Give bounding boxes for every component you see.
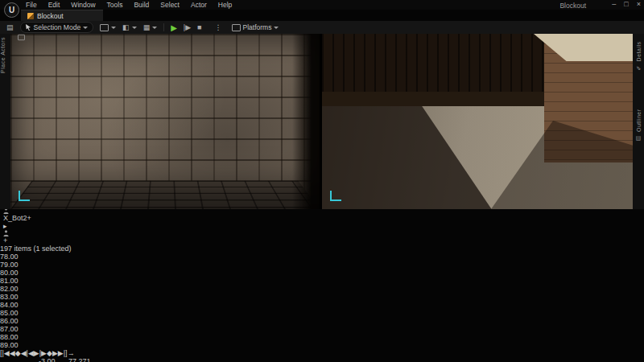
menu-item-file[interactable]: File	[26, 1, 37, 9]
tab-outliner[interactable]: ▤ Outliner	[635, 106, 642, 145]
platforms-dropdown[interactable]: Platforms	[232, 23, 279, 31]
transport-button-5[interactable]: ▶	[34, 349, 39, 357]
track-label: X_Bot2	[3, 214, 27, 222]
menu-item-help[interactable]: Help	[218, 1, 232, 9]
menu-item-actor[interactable]: Actor	[191, 1, 207, 9]
modes-dropdown[interactable]: ◧	[122, 23, 137, 31]
ruler-label: 88.00	[0, 333, 644, 341]
vignette	[10, 34, 320, 209]
menu-item-window[interactable]: Window	[71, 1, 95, 9]
monitor-icon	[232, 24, 241, 31]
place-actors-label: Place Actors	[0, 37, 6, 73]
tab-label: Blockout	[37, 12, 64, 20]
ruler-label: 84.00	[0, 301, 644, 309]
ruler-label: 80.00	[0, 269, 644, 277]
ruler-label: 89.00	[0, 341, 644, 349]
timeline-ruler[interactable]: 78.0079.0080.0081.0082.0083.0084.0085.00…	[0, 253, 644, 349]
menu-item-edit[interactable]: Edit	[48, 1, 60, 9]
axis-gizmo	[328, 190, 343, 203]
window-title: Blockout	[559, 2, 586, 10]
maximize-icon[interactable]: □	[624, 0, 628, 8]
ruler-label: 82.00	[0, 285, 644, 293]
transport-button-8[interactable]: ▶|	[58, 349, 65, 357]
ruler-label: 81.00	[0, 277, 644, 285]
transport-button-10[interactable]: →	[68, 349, 75, 357]
add-section-icon[interactable]: +	[27, 214, 31, 222]
unreal-editor-window: U FileEditWindowToolsBuildSelectActorHel…	[0, 0, 644, 362]
menu-item-build[interactable]: Build	[134, 1, 149, 9]
transport-button-4[interactable]: ◀	[28, 349, 34, 357]
ruler-label: 86.00	[0, 317, 644, 325]
viewport-perspective[interactable]: ≡ ◎ Perspective ◉ Lit Show	[322, 34, 633, 209]
transport-controls: [|◀◀◆◀|◀▶|▶◆▶▶|]→	[0, 349, 644, 357]
place-actors-tab[interactable]: Place Actors	[0, 34, 10, 209]
close-icon[interactable]: ×	[637, 0, 641, 8]
platforms-label: Platforms	[243, 23, 272, 31]
menu-item-tools[interactable]: Tools	[107, 1, 123, 9]
minimize-icon[interactable]: –	[612, 0, 616, 8]
selection-mode-label: Selection Mode	[34, 23, 81, 31]
main-toolbar: ▤ Selection Mode ◧ ▦ ▶ |▶ ■ ⋮ Platforms …	[0, 21, 644, 35]
transport-button-7[interactable]: ◆▶	[47, 349, 58, 357]
selection-mode-dropdown[interactable]: Selection Mode	[20, 22, 94, 33]
title-bar: U FileEditWindowToolsBuildSelectActorHel…	[0, 0, 644, 10]
transport-button-6[interactable]: |▶	[39, 349, 47, 357]
transport-button-1[interactable]: |◀	[2, 349, 10, 357]
window-controls: – □ ×	[612, 0, 641, 8]
add-section-icon[interactable]: +	[3, 237, 7, 245]
menu-item-select[interactable]: Select	[160, 1, 180, 9]
unreal-logo-icon: U	[4, 2, 19, 18]
chevron-down-icon	[83, 27, 88, 29]
timeline-area[interactable]: 78.0079.0080.0081.0082.0083.0084.0085.00…	[0, 253, 644, 349]
cursor-icon	[26, 24, 31, 31]
ruler-label: 85.00	[0, 309, 644, 317]
stop-button[interactable]: ■	[197, 23, 201, 31]
save-icon[interactable]: ▤	[6, 23, 14, 31]
viewport-camera[interactable]: ≡ Top ◉ Lit Show ↖ ✚ ↻ ▣ ▲ ▦1 ∠2.812° ▣1…	[10, 34, 320, 209]
axis-gizmo	[17, 190, 31, 203]
ruler-label: 79.00	[0, 261, 644, 269]
tab-details[interactable]: ✎ Details	[635, 39, 642, 74]
frame-skip-button[interactable]: |▶	[184, 23, 191, 31]
create-dropdown[interactable]	[100, 24, 116, 31]
right-dock-tabs: ✎ Details ▤ Outliner	[633, 34, 644, 209]
track-row-partial[interactable]: ▸+	[0, 222, 644, 245]
ruler-label: 78.00	[0, 253, 644, 261]
transport-bar: [|◀◀◆◀|◀▶|▶◆▶▶|]→ -3.00 77.271 89.7532 9…	[0, 349, 644, 362]
workspace: Place Actors ≡ Top ◉ Lit Show ↖ ✚ ↻ ▣ ▲	[0, 34, 644, 209]
current-time[interactable]: 77.271	[68, 357, 91, 362]
transport-button-2[interactable]: ◀◆	[10, 349, 21, 357]
transport-button-3[interactable]: ◀|	[21, 349, 28, 357]
selection-count: 197 items (1 selected)	[0, 245, 644, 253]
ruler-label: 83.00	[0, 293, 644, 301]
asset-tab-row: Blockout	[0, 10, 644, 21]
play-button[interactable]: ▶	[171, 23, 177, 32]
play-options-icon[interactable]: ⋮	[215, 23, 222, 31]
level-icon	[27, 13, 34, 19]
view-range-start[interactable]: -3.00	[39, 357, 56, 362]
tab-blockout[interactable]: Blockout	[21, 10, 103, 22]
ruler-label: 87.00	[0, 325, 644, 333]
cinematics-dropdown[interactable]: ▦	[143, 23, 158, 31]
menu-bar: FileEditWindowToolsBuildSelectActorHelp	[26, 0, 232, 10]
